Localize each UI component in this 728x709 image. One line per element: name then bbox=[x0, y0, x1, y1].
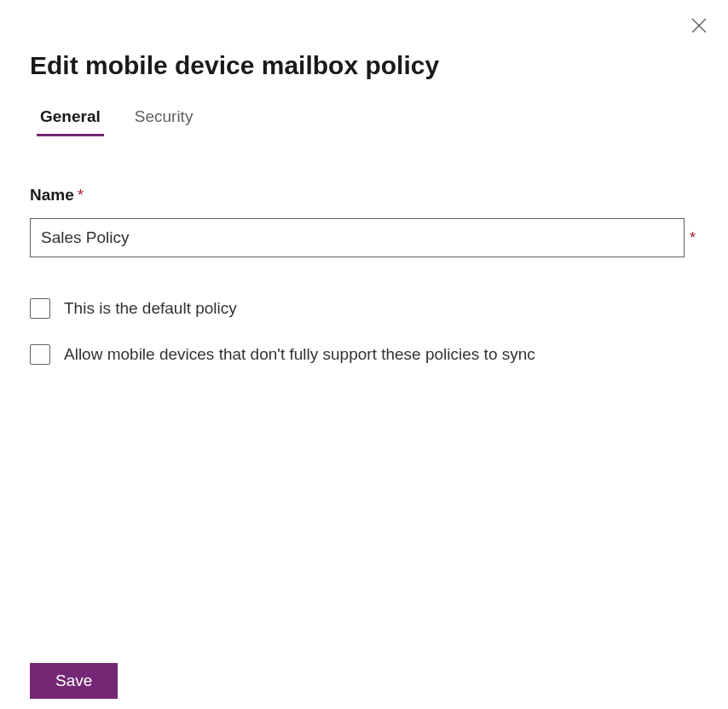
save-button[interactable]: Save bbox=[30, 663, 118, 699]
footer: Save bbox=[30, 663, 118, 699]
name-label: Name* bbox=[30, 186, 84, 205]
tab-security[interactable]: Security bbox=[135, 107, 194, 135]
allow-sync-row: Allow mobile devices that don't fully su… bbox=[30, 344, 698, 365]
name-input[interactable] bbox=[30, 218, 685, 257]
close-icon bbox=[691, 18, 707, 33]
allow-sync-checkbox[interactable] bbox=[30, 344, 50, 365]
default-policy-checkbox[interactable] bbox=[30, 298, 50, 319]
required-aside: * bbox=[690, 229, 698, 247]
name-input-row: * bbox=[30, 218, 698, 257]
name-label-text: Name bbox=[30, 186, 74, 204]
close-button[interactable] bbox=[689, 15, 709, 36]
default-policy-label[interactable]: This is the default policy bbox=[64, 299, 237, 318]
allow-sync-label[interactable]: Allow mobile devices that don't fully su… bbox=[64, 345, 535, 364]
page-title: Edit mobile device mailbox policy bbox=[30, 51, 698, 80]
default-policy-row: This is the default policy bbox=[30, 298, 698, 319]
required-indicator: * bbox=[78, 186, 84, 204]
tab-general[interactable]: General bbox=[40, 107, 101, 135]
name-field-group: Name* * bbox=[30, 186, 698, 257]
tab-bar: General Security bbox=[30, 107, 698, 135]
